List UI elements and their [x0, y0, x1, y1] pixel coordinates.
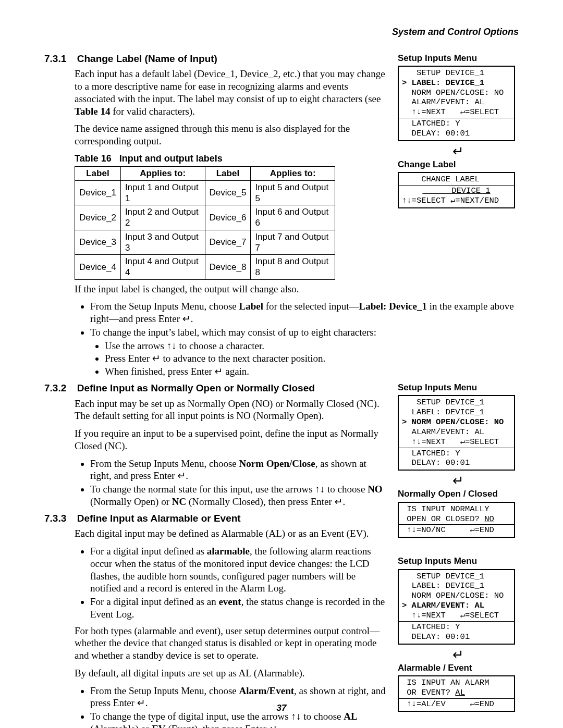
bold: Label: Device_1 — [359, 301, 427, 312]
text: . — [191, 313, 193, 324]
bold: NO — [368, 484, 383, 495]
enter-icon: ↵ — [215, 365, 223, 377]
cell: Input 3 and Output 3 — [120, 230, 205, 255]
text: To change the normal state for this inpu… — [90, 484, 315, 495]
bold: EV — [152, 723, 165, 728]
section-732-title: Define Input as Normally Open or Normall… — [77, 382, 315, 393]
table-row: Device_1Input 1 and Output 1Device_5Inpu… — [75, 180, 335, 205]
sec-733-p3: By default, all digital inputs are set u… — [75, 667, 388, 680]
text: (Normally Open) or — [90, 496, 172, 507]
text: to choose a character. — [177, 340, 264, 351]
lcd-line: CHANGE LABEL — [399, 173, 514, 184]
cell: Device_1 — [75, 180, 121, 205]
enter-icon: ↵ — [182, 313, 191, 324]
lcd-733-setup: SETUP DEVICE_1 LABEL: DEVICE_1 NORM OPEN… — [398, 569, 515, 645]
page-number: 37 — [0, 702, 563, 713]
col-header: Label — [205, 167, 251, 180]
lcd-731-change-title: Change Label — [398, 159, 519, 170]
text: When finished, press Enter — [105, 366, 215, 377]
cell: Input 6 and Output 6 — [251, 205, 335, 230]
lcd-line: LATCHED: Y — [399, 449, 514, 459]
section-731-number: 7.3.1 — [44, 53, 75, 65]
col-header: Applies to: — [120, 167, 205, 180]
lcd-733-ae-title: Alarmable / Event — [398, 662, 519, 673]
text: To change the input’s label, which may c… — [90, 327, 376, 338]
enter-icon: ↵ — [269, 723, 277, 728]
lcd-line: LABEL: DEVICE_1 — [399, 581, 514, 591]
lcd-line: DELAY: 00:01 — [399, 458, 514, 470]
value: AL — [455, 688, 465, 697]
enter-icon: ↵ — [152, 352, 161, 364]
lcd-line: SETUP DEVICE_1 — [399, 67, 514, 78]
bold: NC — [172, 496, 186, 507]
lcd-line: SETUP DEVICE_1 — [399, 570, 514, 582]
section-732-number: 7.3.2 — [44, 382, 75, 394]
text: for valid characters). — [110, 106, 194, 117]
bold: Alarm/Event — [239, 685, 295, 696]
list-item: When finished, press Enter ↵ again. — [105, 365, 519, 378]
table-ref: Table 14 — [75, 106, 110, 117]
col-header: Label — [75, 167, 121, 180]
sec-733-bullets-top: For a digital input defined as alarmable… — [75, 545, 388, 621]
text: From the Setup Inputs Menu, choose — [90, 458, 239, 469]
cell: Input 1 and Output 1 — [120, 180, 205, 205]
inner-list: Use the arrows ↑↓ to choose a character.… — [90, 340, 519, 378]
lcd-731-change: CHANGE LABEL DEVICE_1 ↑↓=SELECT ↵=NEXT/E… — [398, 172, 515, 208]
cell: Input 8 and Output 8 — [251, 255, 335, 280]
cell: Device_4 — [75, 255, 121, 280]
table-title: Input and output labels — [119, 153, 223, 164]
text: From the Setup Inputs Menu, choose — [90, 685, 239, 696]
lcd-line: ↑↓=NO/NC ↵=END — [399, 525, 514, 537]
table-row: Device_3Input 3 and Output 3Device_7Inpu… — [75, 230, 335, 255]
lcd-line: ↑↓=NEXT ↵=SELECT — [399, 611, 514, 621]
lcd-732-setup: SETUP DEVICE_1 LABEL: DEVICE_1 > NORM OP… — [398, 395, 515, 471]
cell: Device_2 — [75, 205, 121, 230]
text: Press Enter — [105, 353, 152, 364]
sec-731-p1: Each input has a default label (Device_1… — [75, 68, 388, 117]
sec-733-p1: Each digital input may be defined as Ala… — [75, 527, 388, 540]
text: again. — [223, 366, 249, 377]
section-733-heading: 7.3.3 Define Input as Alarmable or Event — [44, 512, 388, 525]
table-header-row: Label Applies to: Label Applies to: — [75, 167, 335, 180]
text: For a digital input defined as — [90, 546, 207, 557]
cell: Device_6 — [205, 205, 251, 230]
text: to advance to the next character positio… — [161, 353, 326, 364]
lcd-line: DELAY: 00:01 — [399, 632, 514, 644]
lcd-732-noc: IS INPUT NORMALLY OPEN OR CLOSED? NO ↑↓=… — [398, 502, 515, 538]
list-item: From the Setup Inputs Menu, choose Label… — [90, 300, 519, 325]
enter-arrow-icon: ↵ — [398, 144, 519, 158]
lcd-line: ↑↓=NEXT ↵=SELECT — [399, 107, 514, 117]
text: . — [277, 723, 280, 728]
lcd-line: NORM OPEN/CLOSE: NO — [399, 88, 514, 98]
lcd-line: NORM OPEN/CLOSE: NO — [399, 591, 514, 601]
lcd-731-setup-title: Setup Inputs Menu — [398, 53, 519, 64]
sec-732-bullets: From the Setup Inputs Menu, choose Norm … — [75, 458, 388, 508]
list-item: From the Setup Inputs Menu, choose Norm … — [90, 458, 388, 483]
table-row: Device_4Input 4 and Output 4Device_8Inpu… — [75, 255, 335, 280]
list-item: For a digital input defined as alarmable… — [90, 545, 388, 595]
updown-icon: ↑↓ — [167, 340, 177, 351]
list-item: To change the input’s label, which may c… — [90, 326, 519, 378]
bold: event — [218, 596, 241, 607]
lcd-line: DEVICE_1 — [399, 186, 514, 196]
bold: alarmable — [207, 546, 250, 557]
text: . — [186, 470, 188, 481]
enter-icon: ↵ — [177, 470, 186, 481]
sec-731-bullets: From the Setup Inputs Menu, choose Label… — [75, 300, 519, 378]
value: NO — [484, 514, 494, 524]
list-item: To change the normal state for this inpu… — [90, 483, 388, 508]
section-733-title: Define Input as Alarmable or Event — [77, 513, 241, 524]
lcd-731-setup: SETUP DEVICE_1 > LABEL: DEVICE_1 NORM OP… — [398, 66, 515, 141]
enter-arrow-icon: ↵ — [398, 474, 519, 487]
text: to choose — [325, 484, 368, 495]
text: (Event), then press Enter — [166, 723, 269, 728]
lcd-line-selected: > NORM OPEN/CLOSE: NO — [399, 417, 514, 427]
text: (Normally Closed), then press Enter — [186, 496, 334, 507]
list-item: For a digital input defined as an event,… — [90, 596, 388, 621]
text: For a digital input defined as an — [90, 596, 218, 607]
enter-icon: ↵ — [335, 496, 343, 507]
cell: Input 7 and Output 7 — [251, 230, 335, 255]
lcd-line: OR EVENT? AL — [399, 688, 514, 698]
table-row: Device_2Input 2 and Output 2Device_6Inpu… — [75, 205, 335, 230]
lcd-732-noc-title: Normally Open / Closed — [398, 488, 519, 499]
